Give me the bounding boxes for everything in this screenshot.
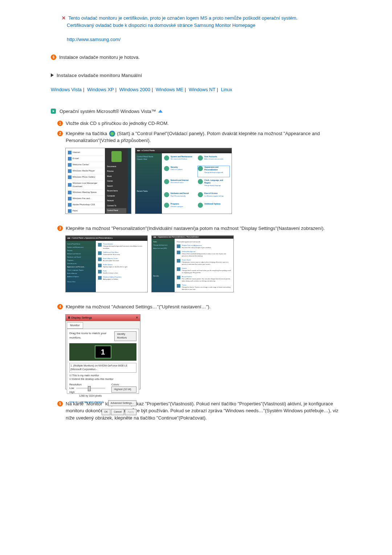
vista-step-2-text: Klepněte na tlačítka (Start) a "Control …	[66, 130, 341, 144]
close-icon: ✕	[136, 316, 138, 320]
vista-step-4: 4 Klepněte na možnost "Advanced Settings…	[57, 303, 341, 311]
resolution-value: 1280 by 1024 pixels	[69, 394, 111, 398]
cp-categories: System and MaintenanceGet started with W…	[162, 153, 232, 214]
vista-title: Operační systém Microsoft® Windows Vista…	[60, 108, 156, 115]
circle-1-icon: 1	[57, 121, 63, 126]
step-6-text: Instalace ovladače monitoru je hotova.	[59, 54, 140, 61]
green-arrow-icon	[51, 109, 56, 114]
personalization-sidebar: Tasks Change desktop icons Adjust font s…	[152, 239, 175, 293]
circle-2-icon: 2	[57, 131, 63, 136]
monitor-dropdown[interactable]: 1. (Multiple Monitors) on NVIDIA GeForce…	[69, 363, 136, 373]
link-vista[interactable]: Windows Vista	[51, 87, 82, 92]
personalization-items: Personalize appearance and sounds Window…	[175, 239, 233, 293]
circle-5-icon: 5	[57, 401, 63, 406]
vista-step-3-text: Klepněte na možnost "Personalization"(In…	[66, 225, 325, 232]
link-me[interactable]: Windows ME	[156, 87, 183, 92]
colors-dropdown[interactable]: Highest (32 bit)	[111, 386, 136, 393]
circle-4-icon: 4	[57, 304, 63, 309]
cp-breadcrumb: ◀ ▶ ▪ ▸ Control Panel ▸	[135, 148, 232, 153]
appearance-sidebar: Control Panel Home System and Maintenanc…	[66, 241, 96, 292]
appearance-items: PersonalizationChange desktop background…	[96, 241, 147, 292]
up-triangle-icon[interactable]	[158, 110, 163, 113]
user-avatar-icon	[111, 151, 122, 162]
appearance-panel-screenshot: ◀ ▶ ▪ Control Panel ▸ Appearance and Per…	[65, 235, 148, 292]
advanced-settings-button[interactable]: Advanced Settings...	[108, 400, 136, 406]
certification-note: ✕ Tento ovladač monitoru je certifikován…	[62, 15, 341, 43]
best-display-link[interactable]: How do I get the best display?	[69, 400, 103, 406]
x-icon: ✕	[62, 15, 66, 21]
start-button-icon	[109, 131, 115, 137]
screenshots-row-2: ◀ ▶ ▪ Control Panel ▸ Appearance and Per…	[65, 235, 341, 292]
note-line1: Tento ovladač monitoru je certifikován, …	[68, 15, 298, 21]
cp-sidebar: Control Panel Home Classic View Recent T…	[135, 153, 162, 214]
manual-header-text: Instalace ovladače monitoru Manuální	[57, 72, 142, 79]
screenshots-row-1: Internet E-mail Welcome Center Windows M…	[65, 148, 341, 214]
vista-start-menu-screenshot: Internet E-mail Welcome Center Windows M…	[65, 148, 131, 214]
monitor-1-icon: 1	[95, 345, 111, 358]
monitor-preview: 1	[69, 343, 136, 361]
circle-3-icon: 3	[57, 226, 63, 231]
samsung-url[interactable]: http://www.samsung.com/	[67, 37, 121, 42]
manual-install-header: Instalace ovladače monitoru Manuální	[51, 72, 341, 79]
vista-step-1: 1 Vložte disk CD s příručkou do jednotky…	[57, 120, 341, 127]
vista-section-header: Operační systém Microsoft® Windows Vista…	[51, 108, 341, 115]
vista-step-3: 3 Klepněte na možnost "Personalization"(…	[57, 225, 341, 232]
cb-extend-desktop[interactable]: ☑ Extend the desktop onto this monitor	[69, 377, 136, 381]
link-2000[interactable]: Windows 2000	[119, 87, 150, 92]
ok-button[interactable]: OK	[102, 409, 110, 415]
cb-main-monitor[interactable]: ☑ This is my main monitor	[69, 374, 136, 378]
vista-step-4-text: Klepněte na možnost "Advanced Settings…"…	[66, 303, 211, 311]
step-6: 6 Instalace ovladače monitoru je hotova.	[51, 54, 341, 61]
start-right-pane: Documents Pictures Music Games Search Re…	[105, 148, 128, 214]
link-xp[interactable]: Windows XP	[87, 87, 114, 92]
display-settings-screenshot: 🖥 Display Settings ✕ Monitor Drag the ic…	[65, 314, 140, 389]
personalization-screenshot: ◀ ▶ ▪ Appearance and Personalization ▸ P…	[151, 235, 234, 292]
cancel-button[interactable]: Cancel	[111, 409, 124, 415]
vista-step-2: 2 Klepněte na tlačítka (Start) a "Contro…	[57, 130, 341, 144]
circle-6-icon: 6	[51, 54, 56, 60]
apply-button[interactable]: Apply	[125, 409, 136, 415]
link-linux[interactable]: Linux	[221, 87, 232, 92]
vista-step-1-text: Vložte disk CD s příručkou do jednotky C…	[66, 120, 169, 127]
link-nt[interactable]: Windows NT	[189, 87, 216, 92]
colors-label: Colors:	[111, 383, 136, 387]
ds-titlebar: 🖥 Display Settings ✕	[66, 315, 140, 321]
arrow-icon	[51, 73, 54, 77]
ds-drag-label: Drag the icons to match your monitors.	[69, 331, 114, 341]
identify-monitors-button[interactable]: Identify Monitors	[114, 331, 136, 341]
control-panel-screenshot: ◀ ▶ ▪ ▸ Control Panel ▸ Control Panel Ho…	[135, 148, 232, 214]
start-left-pane: Internet E-mail Welcome Center Windows M…	[66, 148, 105, 214]
resolution-slider[interactable]	[76, 388, 105, 389]
note-line2: Certifikovaný ovladač bude k dispozici n…	[67, 23, 256, 28]
ds-tab-monitor: Monitor	[67, 322, 83, 329]
os-links: Windows Vista| Windows XP| Windows 2000|…	[51, 86, 341, 93]
